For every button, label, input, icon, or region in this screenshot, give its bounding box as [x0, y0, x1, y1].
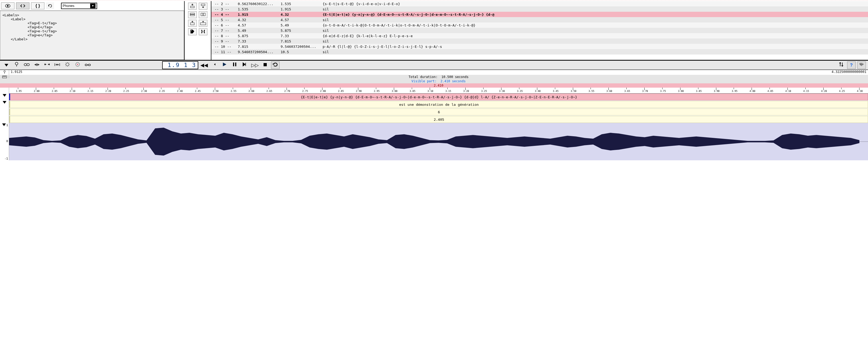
- table-row[interactable]: -- 10 --7.8159.546037200504...p-A/-R {l|…: [211, 44, 868, 49]
- table-row[interactable]: -- 4 --1.9154.32{E-t|E|e-t|e} {y-n|y-n-@…: [211, 12, 868, 17]
- visible-part-label: Visible part:: [411, 79, 437, 83]
- pause-icon: [233, 62, 237, 68]
- fit-in-button[interactable]: [33, 62, 41, 69]
- cells-button[interactable]: [199, 11, 207, 18]
- pin-icon: [14, 62, 19, 68]
- xml-source-editor[interactable]: <Labels> <Label> <Tag>E-t</Tag> <Tag>E</…: [0, 11, 184, 60]
- gutter-pin[interactable]: [0, 70, 9, 75]
- center-button[interactable]: [63, 62, 72, 69]
- table-row[interactable]: -- 5 --4.324.57sil: [211, 17, 868, 23]
- table-row[interactable]: -- 7 --5.495.875sil: [211, 28, 868, 33]
- delete-icon: [201, 29, 206, 35]
- fit-out-button[interactable]: [53, 62, 62, 69]
- waveform-toggle[interactable]: 1 0 -1: [0, 123, 9, 160]
- expand-button[interactable]: [43, 62, 51, 69]
- table-row[interactable]: -- 2 --0.562760630122...1.535{s-E-t|s-E-…: [211, 1, 868, 6]
- triangle-down-icon: [2, 124, 6, 126]
- svg-rect-2: [190, 6, 194, 8]
- insert-button[interactable]: [188, 20, 197, 27]
- visible-part-value: 2.410 seconds: [440, 79, 466, 83]
- plus-wide-icon: [200, 21, 206, 26]
- center-icon: [65, 62, 70, 68]
- svg-rect-8: [190, 23, 194, 25]
- pause-button[interactable]: [230, 62, 239, 69]
- chain-button[interactable]: [84, 62, 92, 69]
- cells-icon: [201, 13, 206, 17]
- y-axis-neg1: -1: [4, 157, 8, 160]
- insert-wide-button[interactable]: [199, 20, 207, 27]
- svg-rect-16: [85, 64, 87, 66]
- waveform-display[interactable]: [9, 123, 868, 160]
- tier2-toggle[interactable]: [0, 101, 9, 123]
- svg-rect-9: [200, 23, 206, 25]
- tier-words[interactable]: est une démonstration de la génération: [9, 101, 868, 108]
- visible-short-value: 2.410: [9, 83, 868, 88]
- select-row-button[interactable]: [188, 11, 197, 18]
- step-back-icon: [212, 62, 217, 68]
- table-row[interactable]: -- 8 --5.8757.33{d-e|d-E-z|d-E} {k-l-e|k…: [211, 33, 868, 38]
- table-row[interactable]: -- 6 --4.575.49{o-t-O-m-A/-t-i-k-@|O-t-O…: [211, 23, 868, 28]
- triangle-down-icon: [3, 101, 6, 104]
- stop-icon: [263, 62, 267, 68]
- end-time-label: 4.3225000000000001: [832, 70, 866, 75]
- tier-number[interactable]: 6: [9, 108, 868, 115]
- help-icon: ?: [850, 63, 853, 68]
- row-icon: [190, 13, 195, 17]
- tier-duration[interactable]: 2.405: [9, 116, 868, 123]
- stop-button[interactable]: [261, 62, 270, 69]
- step-forward-button[interactable]: [241, 62, 249, 69]
- arrows-in-icon: [34, 62, 40, 68]
- braces-icon: { }: [36, 3, 40, 8]
- pin-small-icon: [3, 70, 6, 75]
- arrows-bar-out-icon: [54, 62, 60, 68]
- playback-toolbar: 1.9 1 3 ◀◀ ▷▷ ?: [0, 60, 868, 70]
- link-button[interactable]: [23, 62, 31, 69]
- add-above-button[interactable]: [188, 3, 197, 10]
- step-back-button[interactable]: [210, 62, 219, 69]
- table-row[interactable]: -- 11 --9.546037200504...10.5sil: [211, 49, 868, 55]
- svg-rect-17: [88, 64, 90, 66]
- view-source-button[interactable]: [16, 2, 29, 9]
- svg-rect-19: [235, 63, 236, 66]
- triangle-down-icon: [3, 94, 6, 97]
- svg-point-21: [4, 71, 5, 72]
- waveform-view-button[interactable]: [857, 62, 866, 69]
- add-below-icon: [201, 3, 206, 9]
- arrows-out-icon: [44, 62, 50, 68]
- table-row[interactable]: -- 3 --1.5351.915sil: [211, 6, 868, 12]
- collapse-toggle[interactable]: [2, 62, 11, 69]
- target-icon: [75, 62, 80, 68]
- tag-button[interactable]: [188, 28, 197, 35]
- play-button[interactable]: [220, 62, 229, 69]
- table-edit-toolbar: [185, 1, 211, 60]
- time-ruler[interactable]: 1.952.002.052.102.152.202.252.302.352.40…: [9, 88, 868, 94]
- fast-forward-button[interactable]: ▷▷: [251, 62, 259, 69]
- tag-icon: [190, 29, 195, 35]
- loop-button[interactable]: [271, 62, 280, 69]
- add-below-button[interactable]: [199, 3, 207, 10]
- pin-button[interactable]: [12, 62, 21, 69]
- view-preview-button[interactable]: [1, 2, 14, 9]
- eye-icon: [5, 4, 10, 8]
- delete-button[interactable]: [199, 28, 207, 35]
- view-braces-button[interactable]: { }: [31, 2, 44, 9]
- sort-button[interactable]: [837, 62, 845, 69]
- add-above-icon: [190, 3, 195, 9]
- svg-rect-7: [204, 13, 205, 16]
- table-row[interactable]: -- 9 --7.337.815sil: [211, 38, 868, 44]
- code-icon: [20, 4, 25, 8]
- undo-button[interactable]: [46, 2, 54, 9]
- undo-icon: [48, 4, 53, 8]
- label-type-dropdown[interactable]: Phones ▼: [61, 3, 97, 9]
- dropdown-label: Phones: [63, 4, 74, 8]
- segments-table[interactable]: -- 2 --0.562760630122...1.535{s-E-t|s-E-…: [211, 1, 868, 60]
- time-display[interactable]: 1.9 1 3: [162, 61, 198, 69]
- start-time-label: 1.9125: [11, 70, 22, 75]
- svg-point-13: [27, 64, 29, 66]
- rewind-button[interactable]: ◀◀: [200, 62, 209, 69]
- svg-point-11: [15, 62, 18, 65]
- tier1-toggle[interactable]: [0, 94, 9, 101]
- help-button[interactable]: ?: [847, 62, 856, 69]
- target-button[interactable]: [73, 62, 82, 69]
- tier-phones[interactable]: {E-t|E|e-t|e} {y-n|y-n-@} {d-E-m-O~-s-t-…: [9, 94, 868, 101]
